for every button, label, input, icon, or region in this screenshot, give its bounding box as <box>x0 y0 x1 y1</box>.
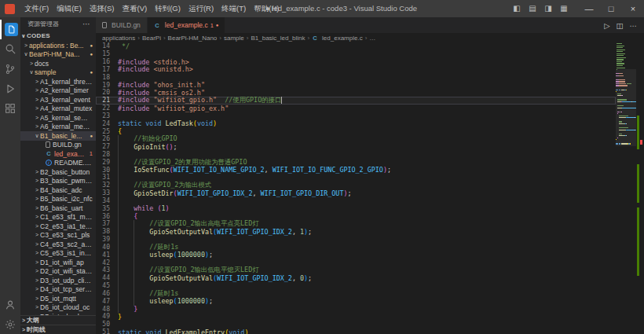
minimap-slider[interactable] <box>616 69 636 145</box>
tree-folder-row[interactable]: >A5_kernal_semap... <box>20 113 96 123</box>
menu-item[interactable]: 运行(R) <box>185 0 218 17</box>
settings-icon[interactable] <box>0 314 20 334</box>
tree-folder-row[interactable]: >C3_e53_sc1_pls <box>20 231 96 240</box>
breadcrumb-item[interactable]: sample <box>224 35 244 42</box>
tree-folder-row[interactable]: >C5_e53_is1_infrar... <box>20 249 96 259</box>
sidebar-panel-header[interactable]: >大纲 <box>20 315 96 325</box>
breadcrumb-item[interactable]: applications <box>102 35 135 42</box>
line-number[interactable]: 34 <box>96 197 110 204</box>
tree-folder-row[interactable]: >B4_basic_adc <box>20 185 96 195</box>
line-number[interactable]: 15 <box>96 50 110 57</box>
tree-folder-row[interactable]: >B3_basic_pwm_led <box>20 177 96 186</box>
line-number[interactable]: 23 <box>96 112 110 119</box>
tab-led_example.c[interactable]: Cled_example.c1● <box>148 17 226 33</box>
tree-folder-row[interactable]: >D4_iot_tcp_server <box>20 285 96 295</box>
line-number[interactable]: 30 <box>96 167 110 174</box>
line-number[interactable]: 31 <box>96 174 110 181</box>
split-editor-button[interactable]: ◫ <box>617 21 624 30</box>
tree-folder-row[interactable]: >B2_basic_button <box>20 167 96 177</box>
line-number[interactable]: 40 <box>96 244 110 251</box>
line-number[interactable]: 44 <box>96 274 110 281</box>
line-number[interactable]: 16 <box>96 58 110 65</box>
line-number[interactable]: 45 <box>96 282 110 289</box>
line-number[interactable]: 35 <box>96 205 110 212</box>
restore-button[interactable]: □ <box>600 0 622 17</box>
tree-folder-row[interactable]: >A1_kernal_thread <box>20 77 96 86</box>
section-header-codes[interactable]: ∨ CODES <box>20 31 96 41</box>
line-number[interactable]: 49 <box>96 313 110 320</box>
tree-folder-row[interactable]: ∨BearPi-HM_Na...● <box>20 50 96 60</box>
menu-item[interactable]: 终端(T) <box>218 0 250 17</box>
minimize-button[interactable]: — <box>578 0 600 17</box>
tree-folder-row[interactable]: ∨sample● <box>20 68 96 78</box>
line-number[interactable]: 26 <box>96 135 110 142</box>
tree-file-row[interactable]: Cled_exampl...1 <box>20 149 96 159</box>
breadcrumb-item[interactable]: BearPi <box>142 35 161 42</box>
tree-folder-row[interactable]: >B6_basic_uart <box>20 204 96 213</box>
tree-folder-row[interactable]: >A4_kernal_mutex <box>20 105 96 114</box>
customize-layout-button[interactable]: ▦ <box>556 0 572 17</box>
line-number[interactable]: 42 <box>96 259 110 266</box>
tree-folder-row[interactable]: >D5_iot_mqtt <box>20 294 96 303</box>
menu-item[interactable]: 编辑(E) <box>53 0 86 17</box>
more-actions-icon[interactable]: ⋯ <box>82 21 90 28</box>
line-number[interactable]: 33 <box>96 189 110 196</box>
tree-folder-row[interactable]: ∨B1_basic_le...● <box>20 131 96 141</box>
tree-file-row[interactable]: BUILD.gn <box>20 141 96 150</box>
line-number[interactable]: 17 <box>96 66 110 73</box>
sidebar-panel-header[interactable]: >时间线 <box>20 325 96 334</box>
tree-file-row[interactable]: iREADME.md <box>20 159 96 168</box>
toggle-secondary-sidebar-button[interactable]: ◨ <box>540 0 556 17</box>
line-number[interactable]: 28 <box>96 151 110 158</box>
breadcrumb-item[interactable]: Cled_example.c <box>312 35 363 42</box>
line-number[interactable]: 37 <box>96 220 110 227</box>
line-number[interactable]: 27 <box>96 143 110 150</box>
tree-folder-row[interactable]: >A3_kernal_event <box>20 95 96 105</box>
menu-item[interactable]: 文件(F) <box>20 0 53 17</box>
tree-folder-row[interactable]: >C1_e53_sf1_mq2 <box>20 213 96 222</box>
tab-BUILD.gn[interactable]: BUILD.gn <box>96 17 148 33</box>
line-number[interactable]: 29 <box>96 159 110 166</box>
tree-folder-row[interactable]: >applications : Be...● <box>20 41 96 50</box>
tree-folder-row[interactable]: >A6_kernal_message <box>20 123 96 132</box>
line-number[interactable]: 51 <box>96 328 110 334</box>
tree-folder-row[interactable]: >C2_e53_ia1_temp... <box>20 222 96 231</box>
code-editor[interactable]: 14 */1516#include <stdio.h>17#include <u… <box>96 42 644 334</box>
tree-folder-row[interactable]: >docs <box>20 59 96 68</box>
tree-folder-row[interactable]: >D2_iot_wifi_sta_c... <box>20 267 96 277</box>
line-number[interactable]: 22 <box>96 105 110 112</box>
source-control-icon[interactable] <box>0 59 20 79</box>
menu-item[interactable]: 选择(S) <box>86 0 119 17</box>
toggle-panel-button[interactable]: ▤ <box>525 0 540 17</box>
tree-folder-row[interactable]: >D1_iot_wifi_ap <box>20 258 96 267</box>
tree-folder-row[interactable]: >C4_e53_sc2_axis <box>20 240 96 249</box>
line-number[interactable]: 19 <box>96 82 110 89</box>
line-number[interactable]: 43 <box>96 266 110 273</box>
breadcrumb-item[interactable]: B1_basic_led_blink <box>251 35 305 42</box>
run-button[interactable]: ▷ <box>604 21 609 30</box>
toggle-sidebar-button[interactable]: ◧ <box>509 0 525 17</box>
tree-folder-row[interactable]: >D6_iot_cloud_oc <box>20 303 96 313</box>
extensions-icon[interactable] <box>0 98 20 118</box>
line-number[interactable]: 36 <box>96 213 110 220</box>
line-number[interactable]: 48 <box>96 306 110 313</box>
line-number[interactable]: 50 <box>96 321 110 328</box>
breadcrumb-item[interactable]: BearPi-HM_Nano <box>168 35 218 42</box>
tree-folder-row[interactable]: >B5_basic_i2c_nfc <box>20 195 96 204</box>
menu-item[interactable]: 查看(V) <box>118 0 151 17</box>
line-number[interactable]: 24 <box>96 120 110 127</box>
line-number[interactable]: 39 <box>96 236 110 243</box>
minimap[interactable] <box>616 43 636 334</box>
overview-ruler[interactable] <box>636 42 644 334</box>
breadcrumb-item[interactable]: … <box>369 35 375 42</box>
line-number[interactable]: 47 <box>96 298 110 305</box>
more-actions-button[interactable]: ⋯ <box>630 21 638 30</box>
tree-folder-row[interactable]: >A2_kernal_timer <box>20 86 96 96</box>
tree-folder-row[interactable]: >D3_iot_udp_client <box>20 276 96 285</box>
line-number[interactable]: 32 <box>96 182 110 189</box>
line-number[interactable]: 20 <box>96 89 110 96</box>
line-number[interactable]: 14 <box>96 42 110 50</box>
explorer-icon[interactable] <box>0 20 20 39</box>
line-number[interactable]: 46 <box>96 290 110 297</box>
account-icon[interactable] <box>0 295 20 314</box>
